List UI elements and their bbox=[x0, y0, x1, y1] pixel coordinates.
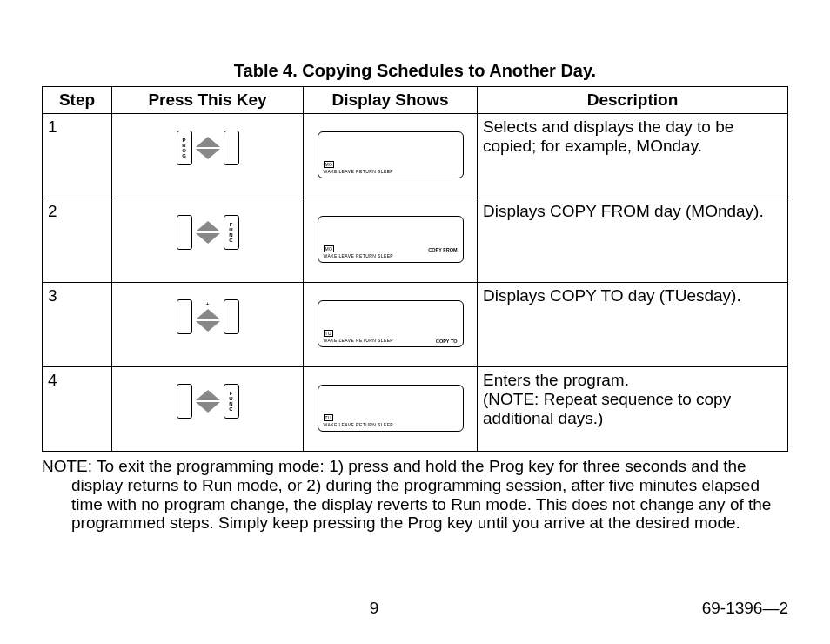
step-number: 1 bbox=[43, 113, 112, 198]
press-key-cell: FUNC bbox=[112, 198, 304, 282]
press-key-cell: PROG bbox=[112, 113, 304, 198]
step-number: 4 bbox=[43, 366, 112, 451]
col-key: Press This Key bbox=[112, 87, 304, 114]
lcd-periods: WAKE LEAVE RETURN SLEEP bbox=[324, 339, 394, 344]
blank-key-icon bbox=[224, 299, 239, 334]
col-desc: Description bbox=[478, 87, 788, 114]
up-down-arrows-icon bbox=[196, 221, 220, 244]
prog-key-icon: PROG bbox=[177, 131, 192, 165]
press-key-cell: + bbox=[112, 282, 304, 366]
description-cell: Displays COPY TO day (TUesday). bbox=[478, 282, 788, 366]
lcd-annunciator: COPY FROM bbox=[428, 247, 457, 252]
manual-page: Table 4. Copying Schedules to Another Da… bbox=[0, 0, 830, 644]
lcd-display-icon: MOWAKE LEAVE RETURN SLEEPCOPY FROM bbox=[318, 216, 464, 263]
page-number: 9 bbox=[370, 599, 379, 618]
col-step: Step bbox=[43, 87, 112, 114]
blank-key-icon bbox=[177, 384, 192, 419]
lcd-display-icon: TUWAKE LEAVE RETURN SLEEP bbox=[318, 385, 464, 432]
lcd-display-icon: MOWAKE LEAVE RETURN SLEEP bbox=[318, 131, 464, 178]
table-row: 1PROGMOWAKE LEAVE RETURN SLEEPSelects an… bbox=[43, 113, 788, 198]
plus-icon: + bbox=[205, 300, 210, 308]
blank-key-icon bbox=[177, 299, 192, 334]
up-down-arrows-icon: + bbox=[196, 301, 220, 332]
col-display: Display Shows bbox=[304, 87, 478, 114]
copy-schedule-table: Step Press This Key Display Shows Descri… bbox=[42, 86, 788, 452]
lcd-periods: WAKE LEAVE RETURN SLEEP bbox=[324, 423, 394, 428]
blank-key-icon bbox=[224, 131, 239, 165]
table-row: 4FUNCTUWAKE LEAVE RETURN SLEEPEnters the… bbox=[43, 366, 788, 451]
lcd-day: TU bbox=[324, 414, 333, 421]
lcd-day: TU bbox=[324, 330, 333, 337]
description-cell: Enters the program.(NOTE: Repeat sequenc… bbox=[478, 366, 788, 451]
table-header-row: Step Press This Key Display Shows Descri… bbox=[43, 87, 788, 114]
lcd-annunciator: COPY TO bbox=[436, 339, 458, 344]
display-cell: TUWAKE LEAVE RETURN SLEEP bbox=[304, 366, 478, 451]
page-footer: . 9 69-1396—2 bbox=[0, 599, 830, 618]
display-cell: TUWAKE LEAVE RETURN SLEEPCOPY TO bbox=[304, 282, 478, 366]
press-key-cell: FUNC bbox=[112, 366, 304, 451]
lcd-day: MO bbox=[324, 245, 335, 252]
step-number: 3 bbox=[43, 282, 112, 366]
up-down-arrows-icon bbox=[196, 390, 220, 413]
table-row: 2FUNCMOWAKE LEAVE RETURN SLEEPCOPY FROMD… bbox=[43, 198, 788, 282]
description-cell: Selects and displays the day to be copie… bbox=[478, 113, 788, 198]
description-cell: Displays COPY FROM day (MOnday). bbox=[478, 198, 788, 282]
table-row: 3+TUWAKE LEAVE RETURN SLEEPCOPY TODispla… bbox=[43, 282, 788, 366]
footnote: NOTE: To exit the programming mode: 1) p… bbox=[42, 457, 788, 533]
blank-key-icon bbox=[177, 215, 192, 250]
lcd-periods: WAKE LEAVE RETURN SLEEP bbox=[324, 170, 394, 175]
func-key-icon: FUNC bbox=[224, 384, 239, 419]
doc-number: 69-1396—2 bbox=[702, 599, 788, 618]
func-key-icon: FUNC bbox=[224, 215, 239, 250]
display-cell: MOWAKE LEAVE RETURN SLEEPCOPY FROM bbox=[304, 198, 478, 282]
step-number: 2 bbox=[43, 198, 112, 282]
lcd-display-icon: TUWAKE LEAVE RETURN SLEEPCOPY TO bbox=[318, 300, 464, 347]
display-cell: MOWAKE LEAVE RETURN SLEEP bbox=[304, 113, 478, 198]
table-caption: Table 4. Copying Schedules to Another Da… bbox=[42, 61, 788, 81]
up-down-arrows-icon bbox=[196, 137, 220, 159]
lcd-day: MO bbox=[324, 161, 335, 168]
lcd-periods: WAKE LEAVE RETURN SLEEP bbox=[324, 254, 394, 259]
